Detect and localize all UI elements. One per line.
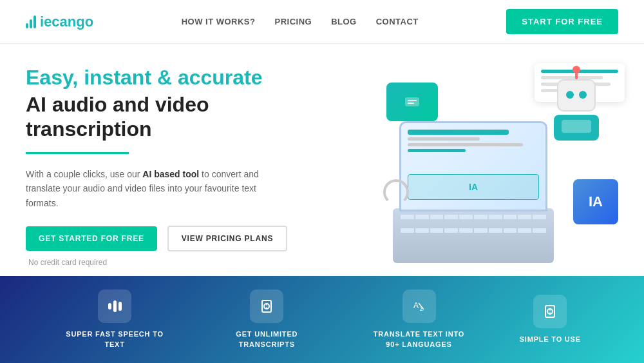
svg-text:A: A <box>413 301 419 310</box>
view-pricing-button[interactable]: VIEW PRICING PLANS <box>167 226 287 251</box>
laptop-screen: IA <box>399 121 547 211</box>
hero-title: AI audio and video transcription <box>26 92 287 142</box>
nav-how-it-works[interactable]: HOW IT WORKS? <box>182 17 256 26</box>
hero-buttons: GET STARTED FOR FREE VIEW PRICING PLANS <box>26 226 287 251</box>
teal-card <box>386 83 438 121</box>
feature-icon-speech <box>98 289 131 323</box>
robot-illustration <box>547 70 605 141</box>
svg-rect-5 <box>118 302 122 311</box>
logo-text: iecango <box>40 14 93 30</box>
svg-rect-0 <box>405 97 419 106</box>
headphones-icon <box>383 179 409 205</box>
svg-rect-2 <box>408 103 414 104</box>
hero-content: Easy, instant & accurate AI audio and vi… <box>26 66 287 267</box>
hero-description: With a couple clicks, use our AI based t… <box>26 167 283 210</box>
robot-eye-left <box>566 91 574 99</box>
feature-icon-translate: A z <box>402 289 436 323</box>
feature-icon-transcripts <box>250 289 283 323</box>
feature-label-transcripts: GET UNLIMITED TRANSCRIPTS <box>215 329 318 349</box>
svg-rect-3 <box>108 303 111 309</box>
svg-rect-1 <box>408 100 417 101</box>
nav-pricing[interactable]: PRICING <box>274 17 312 26</box>
logo: iecango <box>26 14 93 30</box>
svg-rect-4 <box>113 300 117 312</box>
robot-screen <box>562 120 591 133</box>
hero-underline <box>26 152 129 154</box>
hero-section: Easy, instant & accurate AI audio and vi… <box>0 44 644 276</box>
hero-illustration: IA IA <box>380 57 625 263</box>
features-section: SUPER FAST SPEECH TO TEXT GET UNLIMITED … <box>0 276 644 363</box>
robot-eye-right <box>579 91 587 99</box>
feature-label-simple: SIMPLE TO USE <box>520 335 581 344</box>
logo-icon <box>26 15 36 28</box>
feature-label-speech: SUPER FAST SPEECH TO TEXT <box>63 329 166 349</box>
feature-simple: SIMPLE TO USE <box>520 295 581 344</box>
nav-blog[interactable]: BLOG <box>331 17 357 26</box>
feature-icon-simple <box>533 295 567 328</box>
header: iecango HOW IT WORKS? PRICING BLOG CONTA… <box>0 0 644 44</box>
nav-contact[interactable]: CONTACT <box>376 17 419 26</box>
hero-subtitle: Easy, instant & accurate <box>26 66 287 90</box>
robot-body <box>554 115 599 141</box>
robot-head <box>557 79 596 112</box>
feature-speech-to-text: SUPER FAST SPEECH TO TEXT <box>63 289 166 349</box>
feature-transcripts: GET UNLIMITED TRANSCRIPTS <box>215 289 318 349</box>
get-started-button[interactable]: GET STARTED FOR FREE <box>26 226 157 251</box>
keyboard <box>393 208 554 263</box>
blue-card: IA <box>573 179 618 224</box>
feature-label-translate: TRANSLATE TEXT INTO 90+ LANGUAGES <box>368 329 471 349</box>
robot-antenna <box>575 70 578 79</box>
feature-translate: A z TRANSLATE TEXT INTO 90+ LANGUAGES <box>368 289 471 349</box>
main-nav: HOW IT WORKS? PRICING BLOG CONTACT <box>182 17 419 26</box>
start-for-free-button[interactable]: START FOR FREE <box>506 9 618 34</box>
no-credit-card-note: No credit card required <box>28 258 287 267</box>
